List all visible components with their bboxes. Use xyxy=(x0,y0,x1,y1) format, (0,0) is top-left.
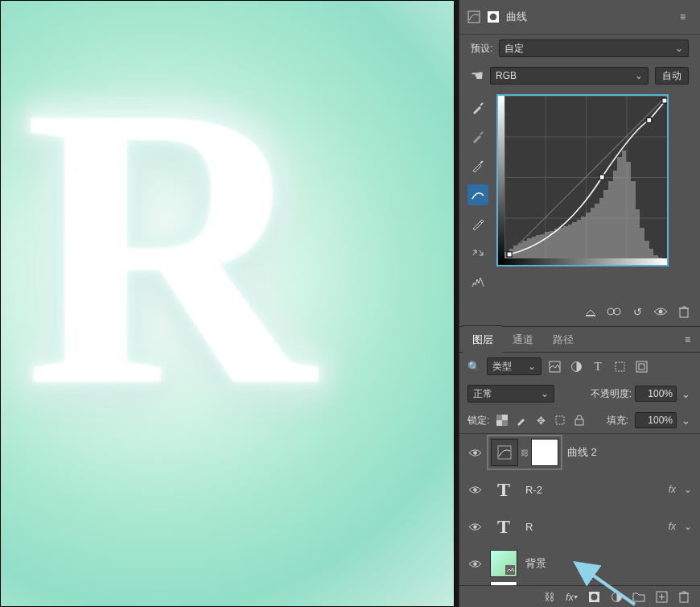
svg-point-27 xyxy=(473,525,477,529)
layer-fx-icon[interactable]: fx▾ xyxy=(565,590,578,603)
visibility-toggle[interactable] xyxy=(467,557,482,571)
document-canvas[interactable]: R xyxy=(0,0,455,607)
svg-rect-17 xyxy=(639,364,644,370)
layer-name[interactable]: R xyxy=(525,521,661,533)
svg-rect-21 xyxy=(496,420,502,426)
svg-rect-18 xyxy=(496,415,502,420)
filter-text-icon[interactable]: T xyxy=(591,360,604,373)
layer-name[interactable]: 曲线 2 xyxy=(567,445,692,460)
curves-side-tools xyxy=(467,94,488,292)
layer-row-curves2[interactable]: ⛓ 曲线 2 xyxy=(459,434,700,471)
curve-icon[interactable] xyxy=(467,184,488,205)
blend-row: 正常 不透明度: 100% ⌄ xyxy=(459,380,700,407)
trash-icon[interactable] xyxy=(677,305,690,318)
lock-position-icon[interactable]: ✥ xyxy=(534,414,547,427)
filter-type-dropdown[interactable]: 类型 xyxy=(487,357,541,375)
lock-all-icon[interactable] xyxy=(573,414,586,427)
auto-button[interactable]: 自动 xyxy=(655,67,689,85)
tab-channels[interactable]: 通道 xyxy=(503,326,543,353)
svg-rect-6 xyxy=(647,118,652,122)
svg-rect-23 xyxy=(575,419,583,425)
tab-layers[interactable]: 图层 xyxy=(463,325,503,353)
lock-artboard-icon[interactable] xyxy=(554,414,566,427)
svg-point-26 xyxy=(473,488,477,492)
svg-rect-5 xyxy=(599,175,604,180)
svg-rect-7 xyxy=(662,98,667,103)
layers-footer: ⛓ fx▾ xyxy=(459,585,700,607)
bg-layer-thumb xyxy=(490,550,517,577)
svg-rect-16 xyxy=(636,361,647,372)
finger-icon[interactable]: ☚ xyxy=(471,69,484,82)
layers-list: ⛓ 曲线 2 T R-2 fx ⌄ T R fx ⌄ xyxy=(459,434,700,585)
mask-thumb xyxy=(531,439,558,466)
layer-row-r2[interactable]: T R-2 fx ⌄ xyxy=(459,471,700,508)
lock-brush-icon[interactable] xyxy=(515,414,528,427)
lock-row: 锁定: ✥ 填充: 100% ⌄ xyxy=(459,407,700,434)
lock-transparent-icon[interactable] xyxy=(496,414,509,427)
svg-rect-15 xyxy=(616,362,624,371)
eyedrop-black-icon[interactable] xyxy=(467,97,488,118)
svg-rect-4 xyxy=(507,252,512,257)
svg-point-28 xyxy=(473,562,477,566)
channel-row: ☚ RGB 自动 xyxy=(459,62,700,89)
svg-rect-25 xyxy=(498,446,511,459)
visibility-toggle[interactable] xyxy=(467,483,482,497)
chevron-down-icon[interactable]: ⌄ xyxy=(684,521,692,532)
layer-row-bg[interactable]: 背景 xyxy=(459,545,700,582)
smooth-icon[interactable] xyxy=(467,242,488,263)
text-layer-thumb: T xyxy=(490,476,517,503)
layer-name[interactable]: R-2 xyxy=(525,484,661,496)
new-layer-icon[interactable] xyxy=(655,590,668,603)
blend-mode-dropdown[interactable]: 正常 xyxy=(467,385,554,403)
layer-filter-row: 🔍 类型 T xyxy=(459,353,700,380)
link-icon[interactable]: ⛓ xyxy=(521,448,529,457)
eyedrop-white-icon[interactable] xyxy=(467,155,488,176)
link-layers-icon[interactable]: ⛓ xyxy=(542,590,555,603)
visibility-icon[interactable] xyxy=(653,305,668,318)
eyedrop-gray-icon[interactable] xyxy=(467,126,488,147)
filter-pixel-icon[interactable] xyxy=(548,360,561,373)
curve-graph[interactable] xyxy=(496,94,669,266)
svg-rect-20 xyxy=(502,415,508,420)
svg-rect-12 xyxy=(680,308,688,317)
preset-dropdown[interactable]: 自定 xyxy=(499,39,689,57)
curve-line xyxy=(504,96,667,258)
text-layer-thumb: T xyxy=(490,513,517,540)
fill-label: 填充: xyxy=(607,414,628,427)
chevron-down-icon[interactable]: ⌄ xyxy=(679,387,692,400)
reset-icon[interactable]: ↺ xyxy=(631,305,644,318)
histogram-icon[interactable] xyxy=(467,271,488,292)
svg-point-11 xyxy=(659,310,663,314)
previous-state-icon[interactable] xyxy=(607,305,621,318)
fx-badge[interactable]: fx xyxy=(669,521,676,532)
add-mask-icon[interactable] xyxy=(587,590,600,603)
artwork-glyph: R xyxy=(24,64,315,427)
svg-rect-0 xyxy=(468,11,480,23)
layer-row-r[interactable]: T R fx ⌄ xyxy=(459,508,700,545)
new-group-icon[interactable] xyxy=(632,590,645,603)
tab-paths[interactable]: 路径 xyxy=(543,326,583,353)
layer-name[interactable]: 背景 xyxy=(525,556,692,571)
visibility-toggle[interactable] xyxy=(467,446,482,460)
pencil-icon[interactable] xyxy=(467,213,488,234)
fill-input[interactable]: 100% xyxy=(635,412,677,428)
svg-rect-19 xyxy=(502,420,508,426)
filter-adjust-icon[interactable] xyxy=(570,360,583,373)
add-adjustment-icon[interactable] xyxy=(610,590,623,603)
layers-menu-icon[interactable]: ≡ xyxy=(678,328,697,352)
right-panels: 曲线 ≡ 预设: 自定 ☚ RGB 自动 xyxy=(459,0,700,607)
filter-smart-icon[interactable] xyxy=(635,360,648,373)
visibility-toggle[interactable] xyxy=(467,520,482,534)
clip-icon[interactable] xyxy=(584,305,597,318)
channel-dropdown[interactable]: RGB xyxy=(490,67,649,85)
curves-adjustment-icon xyxy=(467,10,480,23)
delete-layer-icon[interactable] xyxy=(677,590,690,603)
chevron-down-icon[interactable]: ⌄ xyxy=(679,414,692,427)
fx-badge[interactable]: fx xyxy=(669,484,676,495)
chevron-down-icon[interactable]: ⌄ xyxy=(684,484,692,495)
opacity-input[interactable]: 100% xyxy=(635,386,677,402)
lock-label: 锁定: xyxy=(467,414,489,427)
curve-bottom-controls: ↺ xyxy=(459,300,700,327)
filter-shape-icon[interactable] xyxy=(613,360,626,373)
panel-menu-icon[interactable]: ≡ xyxy=(673,5,692,29)
